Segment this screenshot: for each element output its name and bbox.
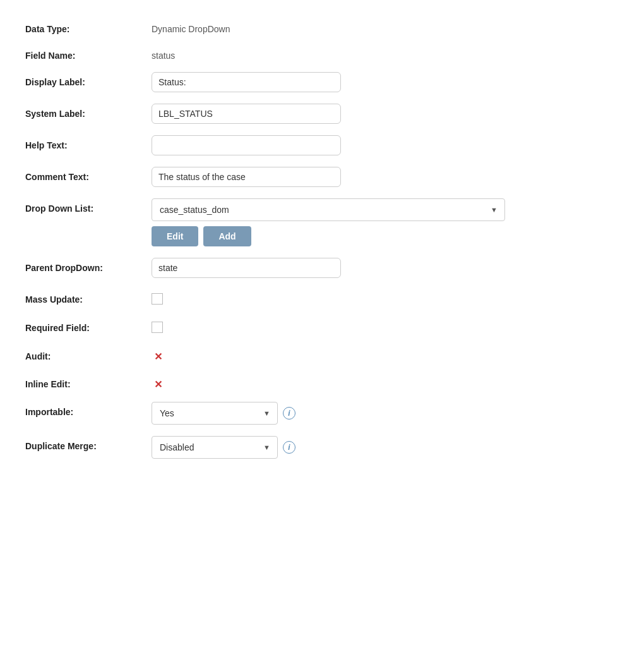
duplicate-merge-label: Duplicate Merge: — [25, 436, 152, 451]
parent-dropdown-row: Parent DropDown: — [25, 258, 568, 278]
data-type-label: Data Type: — [25, 19, 152, 34]
duplicate-merge-select-group: Disabled Enabled In Filter Default Selec… — [152, 436, 295, 459]
audit-label: Audit: — [25, 346, 152, 361]
duplicate-merge-info-icon[interactable]: i — [283, 441, 295, 454]
drop-down-list-row: Drop Down List: case_status_dom ▼ Edit A… — [25, 198, 568, 246]
drop-down-list-label: Drop Down List: — [25, 198, 152, 214]
drop-down-list-content: case_status_dom ▼ Edit Add — [152, 198, 505, 246]
system-label-label: System Label: — [25, 104, 152, 119]
inline-edit-checkbox-container: ✕ — [152, 374, 164, 390]
importable-select[interactable]: Yes No Required — [152, 402, 278, 425]
inline-edit-checkbox-x[interactable]: ✕ — [152, 378, 164, 390]
system-label-row: System Label: — [25, 104, 568, 124]
duplicate-merge-row: Duplicate Merge: Disabled Enabled In Fil… — [25, 436, 568, 459]
audit-row: Audit: ✕ — [25, 346, 568, 363]
inline-edit-row: Inline Edit: ✕ — [25, 374, 568, 390]
parent-dropdown-input[interactable] — [152, 258, 341, 278]
importable-row: Importable: Yes No Required ▼ i — [25, 402, 568, 425]
required-field-row: Required Field: — [25, 318, 568, 335]
form-container: Data Type: Dynamic DropDown Field Name: … — [25, 19, 568, 459]
comment-text-label: Comment Text: — [25, 167, 152, 182]
importable-select-wrapper: Yes No Required ▼ — [152, 402, 278, 425]
mass-update-checkbox[interactable] — [152, 293, 163, 305]
mass-update-label: Mass Update: — [25, 289, 152, 305]
drop-down-button-group: Edit Add — [152, 226, 505, 246]
audit-checkbox-container: ✕ — [152, 346, 164, 363]
comment-text-row: Comment Text: — [25, 167, 568, 187]
field-name-label: Field Name: — [25, 45, 152, 61]
help-text-label: Help Text: — [25, 135, 152, 150]
mass-update-checkbox-container — [152, 289, 163, 306]
importable-select-group: Yes No Required ▼ i — [152, 402, 295, 425]
display-label-row: Display Label: — [25, 72, 568, 92]
inline-edit-label: Inline Edit: — [25, 374, 152, 389]
comment-text-input[interactable] — [152, 167, 341, 187]
mass-update-row: Mass Update: — [25, 289, 568, 306]
data-type-row: Data Type: Dynamic DropDown — [25, 19, 568, 34]
audit-checkbox-x[interactable]: ✕ — [152, 350, 164, 363]
help-text-input[interactable] — [152, 135, 341, 155]
duplicate-merge-select[interactable]: Disabled Enabled In Filter Default Selec… — [152, 436, 278, 459]
edit-button[interactable]: Edit — [152, 226, 198, 246]
parent-dropdown-label: Parent DropDown: — [25, 258, 152, 273]
required-field-checkbox[interactable] — [152, 322, 163, 333]
field-name-row: Field Name: status — [25, 45, 568, 61]
required-field-label: Required Field: — [25, 318, 152, 333]
duplicate-merge-select-wrapper: Disabled Enabled In Filter Default Selec… — [152, 436, 278, 459]
add-button[interactable]: Add — [203, 226, 251, 246]
field-name-value: status — [152, 45, 175, 61]
drop-down-list-select-wrapper: case_status_dom ▼ — [152, 198, 505, 221]
display-label-label: Display Label: — [25, 72, 152, 87]
importable-label: Importable: — [25, 402, 152, 417]
drop-down-list-select[interactable]: case_status_dom — [152, 198, 505, 221]
data-type-value: Dynamic DropDown — [152, 19, 230, 34]
importable-info-icon[interactable]: i — [283, 407, 295, 420]
display-label-input[interactable] — [152, 72, 341, 92]
required-field-checkbox-container — [152, 318, 163, 335]
system-label-input[interactable] — [152, 104, 341, 124]
help-text-row: Help Text: — [25, 135, 568, 155]
